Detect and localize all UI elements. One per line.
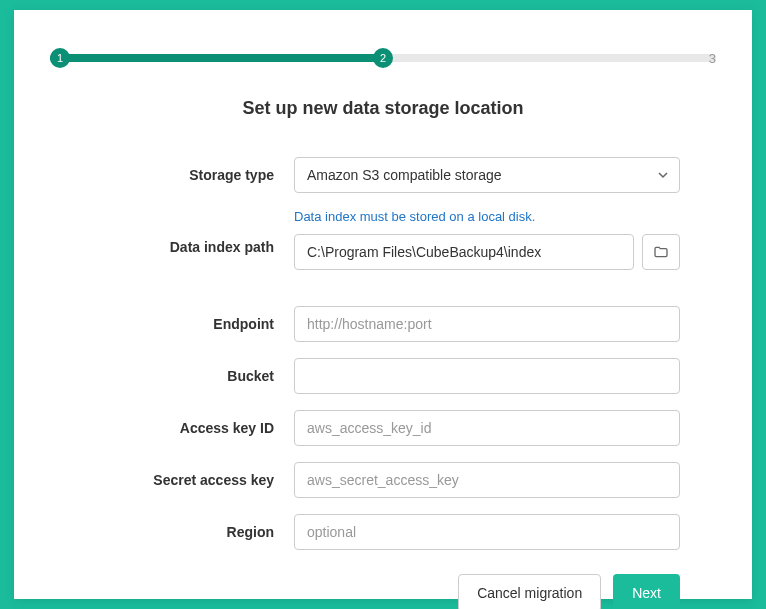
data-index-input[interactable] <box>294 234 634 270</box>
access-key-row: Access key ID <box>50 410 716 446</box>
bucket-row: Bucket <box>50 358 716 394</box>
bucket-input[interactable] <box>294 358 680 394</box>
progress-step-3: 3 <box>709 51 716 66</box>
bucket-label: Bucket <box>50 368 294 384</box>
storage-type-label: Storage type <box>50 167 294 183</box>
footer: Cancel migration Next <box>50 574 716 609</box>
progress-bar: 1 2 3 <box>50 48 716 68</box>
folder-icon <box>653 244 669 260</box>
region-input[interactable] <box>294 514 680 550</box>
data-index-row: Data index path Data index must be store… <box>50 209 716 270</box>
region-row: Region <box>50 514 716 550</box>
next-button[interactable]: Next <box>613 574 680 609</box>
storage-type-select[interactable]: Amazon S3 compatible storage <box>294 157 680 193</box>
cancel-button[interactable]: Cancel migration <box>458 574 601 609</box>
storage-type-row: Storage type Amazon S3 compatible storag… <box>50 157 716 193</box>
progress-step-2: 2 <box>373 48 393 68</box>
page-title: Set up new data storage location <box>50 98 716 119</box>
progress-step-1: 1 <box>50 48 70 68</box>
access-key-label: Access key ID <box>50 420 294 436</box>
access-key-input[interactable] <box>294 410 680 446</box>
progress-fill <box>50 54 383 62</box>
secret-key-label: Secret access key <box>50 472 294 488</box>
endpoint-row: Endpoint <box>50 306 716 342</box>
region-label: Region <box>50 524 294 540</box>
data-index-label: Data index path <box>50 209 294 255</box>
setup-storage-modal: 1 2 3 Set up new data storage location S… <box>14 10 752 599</box>
browse-folder-button[interactable] <box>642 234 680 270</box>
secret-key-input[interactable] <box>294 462 680 498</box>
endpoint-input[interactable] <box>294 306 680 342</box>
endpoint-label: Endpoint <box>50 316 294 332</box>
storage-form: Storage type Amazon S3 compatible storag… <box>50 157 716 550</box>
secret-key-row: Secret access key <box>50 462 716 498</box>
data-index-note: Data index must be stored on a local dis… <box>294 209 680 224</box>
